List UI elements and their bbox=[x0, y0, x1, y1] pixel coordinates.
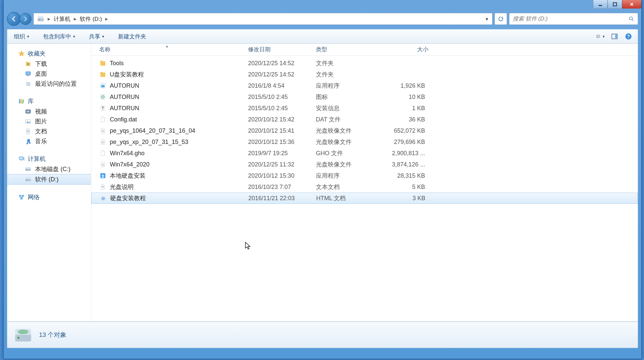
status-text: 13 个对象 bbox=[39, 331, 66, 339]
view-options-button[interactable]: ▼ bbox=[596, 32, 605, 41]
sidebar-item-videos[interactable]: 视频 bbox=[7, 107, 91, 116]
library-icon bbox=[18, 98, 25, 105]
file-row[interactable]: pe_yqs_1064_20_07_31_16_042020/10/12 15:… bbox=[91, 125, 638, 136]
file-type: 光盘映像文件 bbox=[316, 127, 385, 135]
search-box[interactable] bbox=[509, 13, 638, 25]
network-group: 网络 bbox=[7, 192, 91, 202]
column-date[interactable]: 修改日期 bbox=[248, 46, 316, 53]
organize-menu[interactable]: 组织▼ bbox=[12, 31, 32, 42]
computer-header[interactable]: 计算机 bbox=[7, 154, 91, 164]
preview-pane-button[interactable] bbox=[610, 32, 619, 41]
sidebar-item-pictures[interactable]: 图片 bbox=[7, 116, 91, 126]
svg-rect-9 bbox=[598, 35, 600, 35]
column-name[interactable]: 名称 ▲ bbox=[99, 46, 248, 53]
star-icon bbox=[18, 50, 25, 57]
address-dropdown[interactable]: ▾ bbox=[483, 16, 491, 22]
favorites-group: 收藏夹 下载 桌面 最近访问的位置 bbox=[7, 48, 91, 89]
chevron-right-icon[interactable]: ▶ bbox=[72, 17, 78, 21]
svg-point-64 bbox=[18, 337, 20, 339]
address-bar[interactable]: ▶ 计算机 ▶ 软件 (D:) ▶ ▾ bbox=[33, 13, 493, 25]
file-size: 652,072 KB bbox=[385, 127, 428, 134]
sidebar-item-drive-c[interactable]: 本地磁盘 (C:) bbox=[7, 164, 91, 174]
include-library-menu[interactable]: 包含到库中▼ bbox=[41, 31, 78, 42]
svg-point-52 bbox=[103, 131, 104, 132]
svg-rect-7 bbox=[597, 36, 597, 37]
sidebar-item-recent[interactable]: 最近访问的位置 bbox=[7, 79, 91, 89]
computer-label: 计算机 bbox=[28, 155, 46, 163]
file-type: 应用程序 bbox=[316, 82, 385, 90]
sidebar-item-desktop[interactable]: 桌面 bbox=[7, 69, 91, 79]
file-row[interactable]: AUTORUN2015/5/10 2:45图标10 KB bbox=[91, 91, 638, 103]
svg-rect-1 bbox=[613, 3, 617, 6]
sidebar-item-drive-d[interactable]: 软件 (D:) bbox=[7, 174, 91, 185]
file-row[interactable]: pe_yqs_xp_20_07_31_15_532020/10/12 15:36… bbox=[91, 136, 638, 148]
svg-text:?: ? bbox=[627, 34, 630, 39]
svg-rect-17 bbox=[26, 72, 30, 75]
forward-button[interactable] bbox=[20, 13, 31, 25]
chevron-right-icon[interactable]: ▶ bbox=[104, 17, 109, 21]
maximize-button[interactable] bbox=[608, 0, 622, 9]
sidebar-item-documents[interactable]: 文档 bbox=[7, 126, 91, 136]
file-date: 2020/10/12 15:42 bbox=[248, 116, 316, 123]
share-menu[interactable]: 共享▼ bbox=[87, 31, 107, 42]
svg-rect-27 bbox=[27, 130, 29, 131]
svg-rect-32 bbox=[20, 160, 22, 160]
breadcrumb-drive[interactable]: 软件 (D:) bbox=[78, 14, 104, 23]
svg-rect-37 bbox=[25, 179, 31, 181]
svg-rect-33 bbox=[23, 157, 24, 160]
explorer-window: ▶ 计算机 ▶ 软件 (D:) ▶ ▾ 组织▼ 包含到库中▼ 共享▼ 新建文件夹… bbox=[3, 0, 642, 359]
svg-point-50 bbox=[102, 106, 104, 109]
file-row[interactable]: Tools2020/12/25 14:52文件夹 bbox=[91, 58, 638, 69]
dat-icon bbox=[99, 116, 107, 123]
file-name: 硬盘安装教程 bbox=[110, 194, 146, 202]
favorites-header[interactable]: 收藏夹 bbox=[7, 48, 91, 59]
sidebar-item-downloads[interactable]: 下载 bbox=[7, 59, 91, 69]
refresh-button[interactable] bbox=[494, 13, 507, 25]
column-type[interactable]: 类型 bbox=[316, 46, 385, 53]
file-row[interactable]: AUTORUN2015/5/10 2:45安装信息1 KB bbox=[91, 103, 638, 114]
new-folder-button[interactable]: 新建文件夹 bbox=[116, 31, 148, 42]
svg-rect-21 bbox=[21, 99, 22, 103]
column-size[interactable]: 大小 bbox=[385, 46, 428, 53]
help-button[interactable]: ? bbox=[624, 32, 633, 41]
file-name: AUTORUN bbox=[110, 82, 139, 89]
file-date: 2020/12/25 11:32 bbox=[248, 161, 316, 168]
chevron-right-icon[interactable]: ▶ bbox=[46, 17, 52, 21]
file-row[interactable]: 本地硬盘安装2020/10/12 15:30应用程序28,315 KB bbox=[91, 170, 638, 181]
svg-rect-61 bbox=[102, 188, 104, 188]
libraries-header[interactable]: 库 bbox=[7, 96, 91, 107]
exe-icon bbox=[99, 82, 107, 89]
file-date: 2019/9/7 19:25 bbox=[248, 150, 316, 157]
file-type: 光盘映像文件 bbox=[316, 160, 385, 168]
file-type: 文件夹 bbox=[316, 59, 385, 67]
breadcrumb-computer[interactable]: 计算机 bbox=[52, 14, 72, 23]
minimize-button[interactable] bbox=[593, 0, 608, 9]
drive-icon bbox=[37, 15, 44, 22]
documents-icon bbox=[24, 128, 32, 135]
svg-rect-0 bbox=[599, 5, 602, 6]
sort-indicator-icon: ▲ bbox=[165, 44, 169, 48]
network-header[interactable]: 网络 bbox=[7, 192, 91, 202]
svg-rect-4 bbox=[38, 17, 44, 19]
file-size: 10 KB bbox=[385, 94, 428, 101]
file-row[interactable]: 硬盘安装教程2016/11/21 22:03HTML 文档3 KB bbox=[91, 193, 638, 204]
file-name: U盘安装教程 bbox=[110, 70, 144, 78]
file-row[interactable]: AUTORUN2016/1/8 4:54应用程序1,926 KB bbox=[91, 80, 638, 91]
back-button[interactable] bbox=[7, 12, 21, 26]
sidebar-item-label: 下载 bbox=[35, 60, 47, 68]
search-input[interactable] bbox=[513, 16, 628, 22]
file-row[interactable]: Win7x64_20202020/12/25 11:32光盘映像文件3,874,… bbox=[91, 159, 638, 170]
file-row[interactable]: U盘安装教程2020/12/25 14:52文件夹 bbox=[91, 69, 638, 80]
svg-rect-10 bbox=[598, 36, 600, 36]
file-row[interactable]: 光盘说明2016/10/23 7:07文本文档5 KB bbox=[91, 181, 638, 193]
file-type: 文件夹 bbox=[316, 70, 385, 78]
sidebar-item-music[interactable]: 音乐 bbox=[7, 136, 91, 146]
file-size: 279,696 KB bbox=[385, 139, 428, 146]
close-button[interactable] bbox=[622, 0, 641, 9]
file-type: GHO 文件 bbox=[316, 149, 385, 157]
file-name: Win7x64_2020 bbox=[110, 161, 150, 168]
file-row[interactable]: Win7x64.gho2019/9/7 19:25GHO 文件2,900,813… bbox=[91, 148, 638, 159]
svg-rect-40 bbox=[19, 195, 21, 197]
svg-rect-42 bbox=[21, 198, 23, 200]
file-row[interactable]: Config.dat2020/10/12 15:42DAT 文件36 KB bbox=[91, 114, 638, 125]
